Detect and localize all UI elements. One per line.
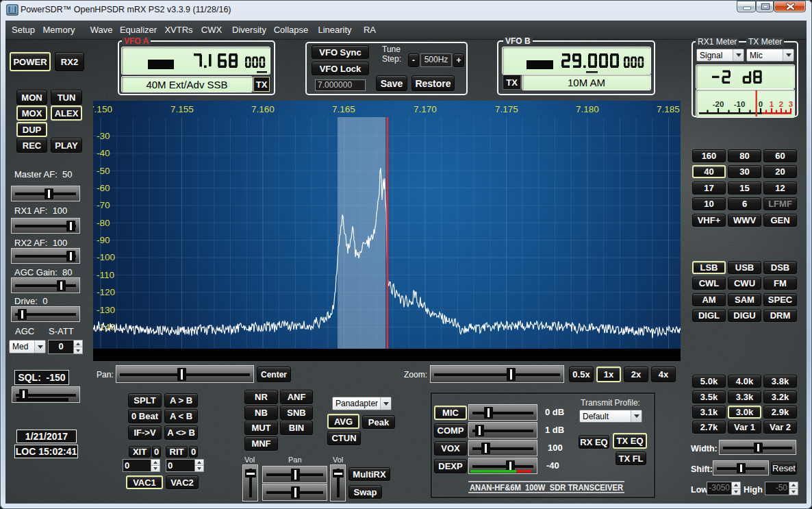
svg-text:7.180: 7.180 (576, 104, 599, 114)
svg-text:7.175: 7.175 (495, 104, 518, 114)
svg-text:7.165: 7.165 (332, 104, 355, 114)
svg-text:-30: -30 (97, 131, 110, 141)
svg-text:0: 0 (759, 100, 763, 108)
svg-text:-20: -20 (713, 100, 724, 108)
svg-text:-120: -120 (97, 287, 115, 297)
svg-text:7.150: 7.150 (93, 104, 112, 114)
svg-text:-100: -100 (97, 252, 115, 262)
svg-text:-50: -50 (97, 166, 110, 176)
svg-text:-130: -130 (97, 305, 115, 315)
svg-text:-80: -80 (97, 218, 110, 228)
svg-text:7.170: 7.170 (414, 104, 437, 114)
svg-text:7.185: 7.185 (657, 104, 680, 114)
svg-text:2: 2 (779, 100, 783, 108)
svg-text:-70: -70 (97, 200, 110, 210)
svg-text:7.160: 7.160 (251, 104, 275, 114)
svg-text:ANAN-HF&6M 100W SDR TRANSCEI: ANAN-HF&6M 100W SDR TRANSCEIVER (470, 483, 623, 493)
svg-text:1: 1 (770, 100, 774, 108)
svg-text:-90: -90 (97, 235, 110, 245)
svg-text:-40: -40 (97, 148, 110, 158)
svg-text:-110: -110 (97, 270, 114, 280)
svg-text:3: 3 (789, 100, 793, 108)
svg-text:-10: -10 (734, 100, 746, 108)
svg-text:-60: -60 (97, 183, 110, 193)
svg-text:7.155: 7.155 (170, 104, 194, 114)
